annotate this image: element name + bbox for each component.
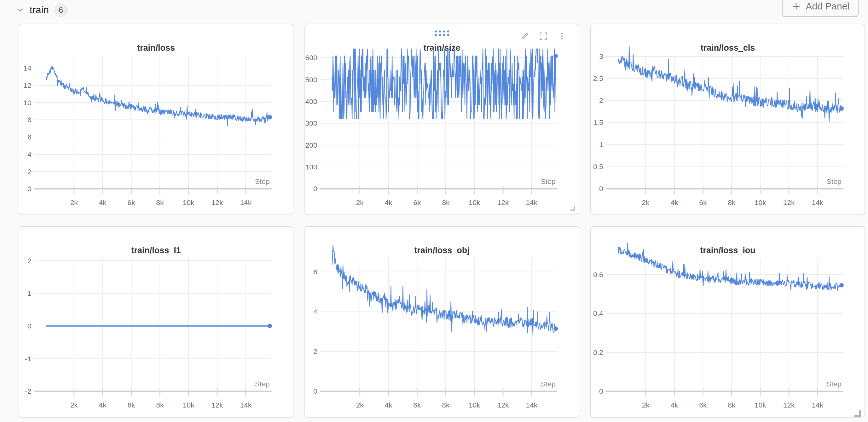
- x-tick-labels: 2k4k6k8k10k12k14k: [356, 401, 538, 409]
- svg-text:8k: 8k: [728, 198, 736, 206]
- vertical-gridlines: [74, 56, 246, 189]
- chevron-down-icon[interactable]: [16, 6, 25, 14]
- series-end-dot: [268, 324, 272, 328]
- svg-text:100: 100: [305, 163, 317, 171]
- svg-text:4k: 4k: [385, 401, 393, 409]
- x-tick-labels: 2k4k6k8k10k12k14k: [642, 401, 824, 409]
- x-tick-marks: [74, 186, 246, 194]
- add-panel-button[interactable]: Add Panel: [782, 0, 859, 17]
- panel-train-loss-cls: train/loss_cls 2k4k6k8k10k12k14k00.511.5…: [590, 24, 865, 215]
- series-line: [618, 46, 841, 122]
- svg-text:12k: 12k: [783, 401, 795, 409]
- x-tick-labels: 2k4k6k8k10k12k14k: [70, 401, 252, 409]
- svg-text:2k: 2k: [70, 401, 78, 409]
- chart-svg[interactable]: 2k4k6k8k10k12k14k00.511.522.53Step: [591, 24, 865, 215]
- svg-text:2k: 2k: [70, 198, 78, 206]
- svg-text:500: 500: [305, 75, 317, 84]
- panel-resize-handle[interactable]: [569, 205, 576, 211]
- page: { "header": { "section_title": "train", …: [0, 0, 868, 422]
- svg-text:2.5: 2.5: [593, 74, 603, 83]
- svg-text:0.5: 0.5: [593, 162, 603, 171]
- svg-text:1.5: 1.5: [593, 119, 603, 127]
- svg-text:6k: 6k: [699, 401, 707, 409]
- y-tick-labels: 00.511.522.53: [593, 52, 603, 193]
- panel-count-badge: 6: [54, 3, 68, 17]
- series-line: [618, 244, 841, 291]
- svg-text:2k: 2k: [642, 198, 650, 206]
- svg-text:-2: -2: [25, 387, 31, 395]
- panel-grid: train/loss 2k4k6k8k10k12k14k02468101214S…: [19, 24, 865, 418]
- svg-text:6k: 6k: [699, 198, 707, 206]
- chart-svg[interactable]: 2k4k6k8k10k12k14k-2-1012Step: [19, 227, 293, 417]
- svg-text:14k: 14k: [526, 198, 537, 206]
- x-tick-labels: 2k4k6k8k10k12k14k: [642, 198, 824, 206]
- x-tick-marks: [360, 388, 532, 396]
- svg-text:1: 1: [599, 140, 603, 149]
- series-end-dot: [268, 115, 272, 119]
- y-tick-labels: -2-1012: [25, 257, 31, 395]
- chart-svg[interactable]: 2k4k6k8k10k12k14k0100200300400500600Step: [305, 24, 579, 215]
- y-tick-labels: 02468101214: [23, 64, 32, 193]
- svg-text:12: 12: [23, 81, 31, 90]
- svg-text:4k: 4k: [385, 198, 393, 206]
- svg-text:2k: 2k: [356, 401, 364, 409]
- svg-text:10k: 10k: [183, 401, 194, 409]
- svg-text:10k: 10k: [469, 198, 480, 206]
- chart-svg[interactable]: 2k4k6k8k10k12k14k00.20.40.6Step: [591, 227, 865, 417]
- svg-text:8k: 8k: [156, 198, 164, 206]
- horizontal-gridlines: [34, 261, 272, 359]
- panel-train-loss-obj: train/loss_obj 2k4k6k8k10k12k14k0246Step: [305, 226, 579, 418]
- section-title: train: [30, 4, 49, 16]
- svg-text:0: 0: [599, 387, 603, 395]
- svg-text:6: 6: [313, 268, 317, 276]
- svg-text:10k: 10k: [754, 198, 766, 206]
- svg-text:2: 2: [27, 167, 32, 176]
- svg-text:1: 1: [27, 289, 32, 297]
- svg-text:6: 6: [27, 133, 32, 141]
- svg-text:-1: -1: [25, 355, 31, 363]
- svg-text:8: 8: [27, 116, 32, 124]
- svg-text:4: 4: [313, 308, 317, 316]
- svg-text:6k: 6k: [127, 401, 135, 409]
- svg-text:14k: 14k: [240, 401, 251, 409]
- chart-svg[interactable]: 2k4k6k8k10k12k14k0246Step: [305, 227, 579, 417]
- x-axis-label: Step: [827, 380, 841, 388]
- add-panel-label: Add Panel: [806, 1, 849, 12]
- svg-text:10k: 10k: [183, 198, 194, 206]
- x-tick-marks: [360, 186, 532, 194]
- svg-text:10: 10: [23, 99, 31, 107]
- x-tick-labels: 2k4k6k8k10k12k14k: [70, 198, 252, 206]
- svg-text:14k: 14k: [812, 198, 823, 206]
- svg-text:10k: 10k: [469, 401, 480, 409]
- svg-text:0.6: 0.6: [593, 270, 603, 279]
- x-axis-label: Step: [255, 177, 270, 186]
- series-end-dot: [554, 54, 558, 58]
- svg-text:12k: 12k: [212, 198, 223, 206]
- svg-text:4: 4: [27, 150, 32, 158]
- svg-text:12k: 12k: [497, 401, 509, 409]
- y-tick-labels: 0100200300400500600: [305, 54, 317, 193]
- series-line: [46, 66, 270, 125]
- plus-icon: [791, 1, 801, 11]
- y-tick-labels: 0246: [313, 268, 317, 395]
- svg-text:400: 400: [305, 97, 317, 105]
- x-tick-marks: [646, 186, 817, 194]
- svg-text:12k: 12k: [497, 198, 509, 206]
- svg-text:6k: 6k: [413, 401, 421, 409]
- svg-text:3: 3: [599, 52, 603, 61]
- series-end-dot: [839, 106, 844, 111]
- svg-text:2: 2: [599, 96, 603, 104]
- svg-text:0: 0: [313, 185, 317, 193]
- svg-text:6k: 6k: [127, 198, 135, 206]
- svg-text:8k: 8k: [442, 401, 450, 409]
- section-resize-handle[interactable]: [852, 408, 862, 418]
- x-tick-marks: [74, 388, 246, 396]
- svg-text:4k: 4k: [671, 401, 679, 409]
- svg-text:8k: 8k: [442, 198, 450, 206]
- chart-svg[interactable]: 2k4k6k8k10k12k14k02468101214Step: [19, 24, 293, 215]
- x-tick-marks: [646, 388, 817, 396]
- series-line: [332, 245, 556, 335]
- x-axis-label: Step: [541, 380, 556, 388]
- svg-text:4k: 4k: [99, 198, 107, 206]
- vertical-gridlines: [74, 258, 246, 391]
